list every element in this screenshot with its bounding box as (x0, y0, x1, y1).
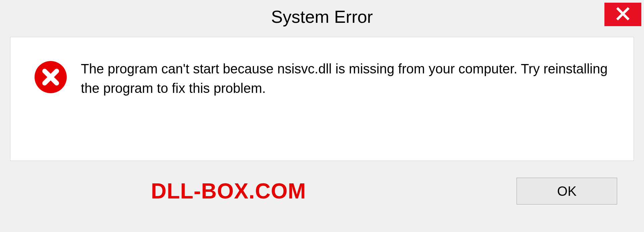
watermark-text: DLL-BOX.COM (20, 179, 306, 204)
error-icon (34, 60, 67, 94)
dialog-footer: DLL-BOX.COM OK (10, 161, 634, 221)
ok-button[interactable]: OK (517, 178, 617, 205)
dialog-title: System Error (271, 7, 373, 27)
close-button[interactable] (604, 3, 641, 26)
close-icon (615, 6, 630, 22)
error-message: The program can't start because nsisvc.d… (81, 59, 613, 98)
ok-button-label: OK (557, 184, 577, 199)
title-bar: System Error (0, 0, 644, 34)
message-panel: The program can't start because nsisvc.d… (10, 37, 634, 161)
